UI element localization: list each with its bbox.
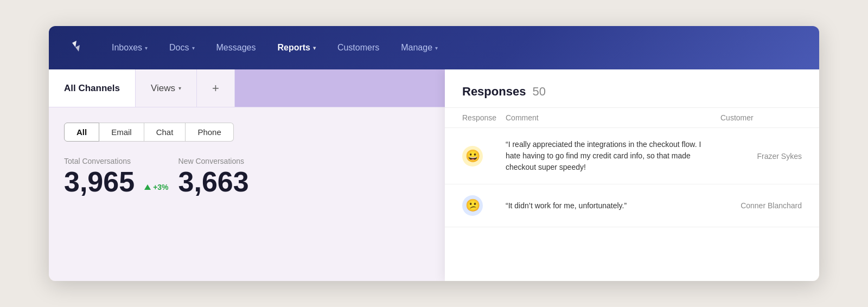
arrow-up-icon: [144, 184, 151, 190]
filter-tabs: All Email Chat Phone: [49, 107, 445, 142]
new-conversations-value: 3,663: [178, 168, 249, 196]
happy-emoji-icon: 😀: [462, 146, 483, 167]
logo[interactable]: [66, 36, 90, 60]
responses-title: Responses: [462, 85, 526, 99]
chevron-down-icon: ▾: [145, 45, 148, 51]
sub-nav: All Channels Views ▾ +: [49, 69, 445, 107]
customer-name: Conner Blanchard: [720, 201, 802, 210]
comment-text: “I really appreciated the integrations i…: [506, 139, 720, 173]
content-area: All Channels Views ▾ + All Email: [49, 69, 819, 281]
navbar: Inboxes ▾ Docs ▾ Messages Reports ▾ Cust…: [49, 26, 819, 69]
new-conversations-block: New Conversations 3,663: [178, 157, 249, 196]
nav-item-customers[interactable]: Customers: [329, 39, 388, 57]
filter-tab-email[interactable]: Email: [99, 123, 144, 142]
nav-item-inboxes[interactable]: Inboxes ▾: [103, 39, 156, 57]
new-conversations-label: New Conversations: [178, 157, 249, 165]
left-panel: All Channels Views ▾ + All Email: [49, 69, 445, 281]
nav-item-docs[interactable]: Docs ▾: [161, 39, 203, 57]
column-response: Response: [462, 113, 506, 122]
filter-tab-all[interactable]: All: [64, 123, 99, 142]
column-customer: Customer: [720, 113, 802, 122]
growth-badge: +3%: [144, 183, 168, 196]
column-comment: Comment: [506, 113, 720, 122]
nav-item-manage[interactable]: Manage ▾: [392, 39, 446, 57]
stats-area: Total Conversations 3,965 +3% New Conver…: [49, 142, 445, 211]
all-channels-tab[interactable]: All Channels: [49, 69, 136, 107]
customer-name: Frazer Sykes: [720, 152, 802, 161]
responses-header: Responses 50: [445, 69, 819, 108]
chevron-down-icon: ▾: [178, 85, 181, 91]
total-conversations-label: Total Conversations: [64, 157, 135, 165]
chevron-down-icon: ▾: [435, 45, 438, 51]
total-conversations-block: Total Conversations 3,965: [64, 157, 135, 196]
response-emoji: 😕: [462, 195, 506, 216]
response-emoji: 😀: [462, 146, 506, 167]
filter-tab-chat[interactable]: Chat: [144, 123, 186, 142]
nav-item-reports[interactable]: Reports ▾: [269, 39, 324, 57]
table-header: Response Comment Customer: [445, 108, 819, 128]
table-row[interactable]: 😀 “I really appreciated the integrations…: [445, 128, 819, 184]
nav-item-messages[interactable]: Messages: [208, 39, 265, 57]
add-tab-button[interactable]: +: [197, 69, 235, 107]
total-conversations-value: 3,965: [64, 168, 135, 196]
chevron-down-icon: ▾: [192, 45, 195, 51]
sad-emoji-icon: 😕: [462, 195, 483, 216]
right-panel: Responses 50 Response Comment Customer 😀…: [445, 69, 819, 281]
main-window: Inboxes ▾ Docs ▾ Messages Reports ▾ Cust…: [49, 26, 819, 281]
responses-count: 50: [532, 85, 545, 99]
views-tab[interactable]: Views ▾: [136, 69, 197, 107]
sub-nav-spacer: [235, 69, 445, 107]
table-row[interactable]: 😕 “It didn’t work for me, unfortunately.…: [445, 184, 819, 227]
chevron-down-icon: ▾: [313, 45, 316, 51]
filter-tab-phone[interactable]: Phone: [186, 123, 233, 142]
comment-text: “It didn’t work for me, unfortunately.”: [506, 200, 720, 212]
